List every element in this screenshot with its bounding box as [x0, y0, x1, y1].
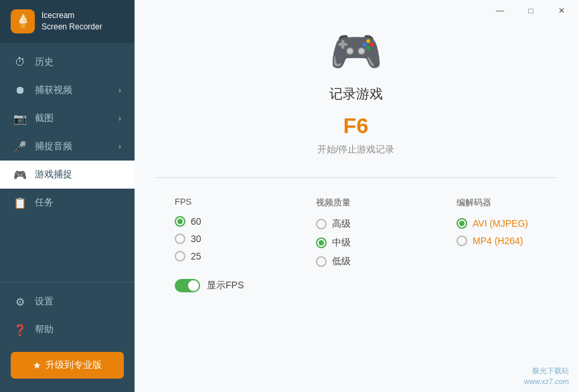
- sidebar-item-settings[interactable]: ⚙ 设置: [0, 288, 135, 316]
- sidebar-help-label: 帮助: [35, 324, 54, 336]
- fps-30-radio[interactable]: [175, 233, 185, 244]
- app-icon: 🍦: [11, 9, 35, 33]
- sidebar-bottom: ⚙ 设置 ❓ 帮助 ★ 升级到专业版: [0, 282, 135, 392]
- game-icon: 🎮: [329, 27, 383, 77]
- fps-25-item[interactable]: 25: [175, 251, 255, 262]
- app-title-line2: Screen Recorder: [42, 21, 102, 33]
- fps-25-label: 25: [191, 251, 201, 262]
- sidebar-item-screenshot[interactable]: 📷截图›: [0, 104, 135, 132]
- quality-mid-label: 中级: [332, 237, 351, 249]
- sidebar-item-capture-audio[interactable]: 🎤捕捉音频›: [0, 132, 135, 161]
- capture-video-label: 捕获视频: [35, 84, 72, 96]
- codec-column: 编解码器 AVI (MJPEG) MP4 (H264): [457, 197, 537, 292]
- tasks-label: 任务: [35, 197, 54, 209]
- codec-avi-label: AVI (MJPEG): [473, 218, 528, 229]
- fps-30-item[interactable]: 30: [175, 233, 255, 244]
- codec-mp4-label: MP4 (H264): [473, 235, 523, 246]
- screenshot-label: 截图: [35, 112, 54, 124]
- fps-25-radio[interactable]: [175, 251, 185, 262]
- quality-low-label: 低级: [332, 256, 351, 268]
- sidebar-header: 🍦 Icecream Screen Recorder: [0, 0, 135, 43]
- game-capture-icon: 🎮: [13, 168, 27, 181]
- quality-mid-radio[interactable]: [316, 237, 327, 248]
- chevron-right-icon: ›: [118, 142, 121, 151]
- watermark-line2: www.xz7.com: [524, 377, 569, 387]
- star-icon: ★: [33, 360, 42, 371]
- codec-title: 编解码器: [457, 197, 537, 209]
- fps-60-item[interactable]: 60: [175, 216, 255, 227]
- sidebar-item-history[interactable]: ⏱历史: [0, 48, 135, 76]
- app-title-block: Icecream Screen Recorder: [42, 10, 102, 33]
- codec-mp4-radio[interactable]: [457, 235, 467, 246]
- hotkey-desc: 开始/停止游戏记录: [317, 144, 395, 156]
- history-label: 历史: [35, 56, 54, 68]
- sidebar-settings-label: 设置: [35, 296, 54, 308]
- quality-mid-item[interactable]: 中级: [316, 237, 396, 249]
- hotkey-label: F6: [343, 114, 368, 138]
- quality-high-item[interactable]: 高级: [316, 218, 396, 230]
- quality-column: 视频质量 高级 中级 低级: [316, 197, 396, 292]
- sidebar-nav: ⏱历史⏺捕获视频›📷截图›🎤捕捉音频›🎮游戏捕捉📋任务: [0, 43, 135, 282]
- maximize-button[interactable]: □: [515, 0, 546, 21]
- chevron-right-icon: ›: [118, 114, 121, 123]
- codec-avi-item[interactable]: AVI (MJPEG): [457, 218, 537, 229]
- show-fps-label: 显示FPS: [207, 280, 244, 292]
- fps-column: FPS 60 30 25 显示FPS: [175, 197, 255, 292]
- codec-avi-radio[interactable]: [457, 218, 467, 229]
- chevron-right-icon: ›: [118, 86, 121, 95]
- watermark-line1: 极光下载站: [532, 366, 569, 376]
- fps-30-label: 30: [191, 233, 201, 244]
- sidebar-item-help[interactable]: ❓ 帮助: [0, 316, 135, 344]
- tasks-icon: 📋: [13, 196, 27, 209]
- gear-icon: ⚙: [13, 295, 27, 308]
- capture-audio-label: 捕捉音频: [35, 140, 72, 153]
- close-button[interactable]: ✕: [546, 0, 577, 21]
- fps-60-label: 60: [191, 216, 201, 227]
- help-icon: ❓: [13, 323, 27, 336]
- main-content: — □ ✕ 🎮 记录游戏 F6 开始/停止游戏记录 FPS 60 30: [135, 0, 577, 392]
- quality-high-label: 高级: [332, 218, 351, 230]
- app-title-line1: Icecream: [42, 10, 102, 21]
- watermark: 极光下载站 www.xz7.com: [524, 366, 569, 387]
- quality-high-radio[interactable]: [316, 219, 327, 229]
- sidebar-item-game-capture[interactable]: 🎮游戏捕捉: [0, 161, 135, 189]
- quality-low-radio[interactable]: [316, 256, 327, 267]
- window-controls: — □ ✕: [485, 0, 577, 21]
- content-title: 记录游戏: [329, 85, 383, 103]
- show-fps-row: 显示FPS: [175, 279, 255, 292]
- upgrade-button[interactable]: ★ 升级到专业版: [11, 352, 124, 379]
- sidebar-item-capture-video[interactable]: ⏺捕获视频›: [0, 76, 135, 104]
- sidebar: 🍦 Icecream Screen Recorder ⏱历史⏺捕获视频›📷截图›…: [0, 0, 135, 392]
- capture-video-icon: ⏺: [13, 84, 27, 97]
- settings-panel: FPS 60 30 25 显示FPS: [135, 197, 577, 292]
- quality-title: 视频质量: [316, 197, 396, 209]
- minimize-button[interactable]: —: [485, 0, 515, 21]
- quality-low-item[interactable]: 低级: [316, 256, 396, 268]
- sidebar-item-tasks[interactable]: 📋任务: [0, 189, 135, 217]
- show-fps-toggle[interactable]: [175, 279, 200, 292]
- screenshot-icon: 📷: [13, 112, 27, 125]
- capture-audio-icon: 🎤: [13, 140, 27, 153]
- codec-mp4-item[interactable]: MP4 (H264): [457, 235, 537, 246]
- upgrade-label: 升级到专业版: [46, 359, 102, 371]
- game-capture-label: 游戏捕捉: [35, 169, 72, 181]
- content-area: 🎮 记录游戏 F6 开始/停止游戏记录 FPS 60 30 25: [135, 0, 577, 392]
- history-icon: ⏱: [13, 56, 27, 69]
- divider: [155, 177, 557, 178]
- fps-60-radio[interactable]: [175, 216, 185, 227]
- fps-title: FPS: [175, 197, 255, 207]
